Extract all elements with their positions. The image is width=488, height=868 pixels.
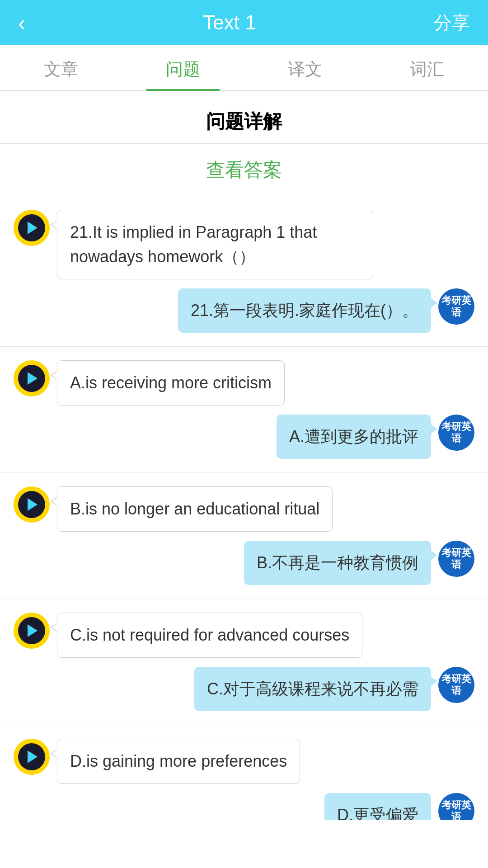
view-answer-button[interactable]: 查看答案 bbox=[0, 144, 488, 196]
avatar-bot-optA bbox=[14, 360, 50, 396]
avatar-right-label-d: 考研英 语 bbox=[438, 799, 474, 820]
tab-wenti[interactable]: 问题 bbox=[122, 45, 244, 90]
section-title: 问题详解 bbox=[0, 91, 488, 144]
avatar-right-label: 考研英 语 bbox=[438, 295, 474, 319]
play-icon-c bbox=[28, 624, 38, 637]
app-header: ‹ Text 1 分享 bbox=[0, 0, 488, 45]
header-title: Text 1 bbox=[203, 11, 256, 34]
chat-group-q21: 21.It is implied in Paragraph 1 that now… bbox=[0, 196, 488, 347]
play-icon-a bbox=[28, 372, 38, 385]
tab-cihui[interactable]: 词汇 bbox=[366, 45, 488, 90]
msg-right-optD: D.更受偏爱 考研英 语 bbox=[14, 793, 474, 820]
play-icon bbox=[28, 222, 38, 234]
bubble-left-q21: 21.It is implied in Paragraph 1 that now… bbox=[57, 210, 373, 279]
msg-left-optD: D.is gaining more preferences bbox=[14, 739, 474, 784]
back-button[interactable]: ‹ bbox=[18, 10, 25, 35]
bubble-right-optD: D.更受偏爱 bbox=[324, 793, 431, 820]
avatar-user-q21: 考研英 语 bbox=[438, 288, 474, 325]
chat-group-optC: C.is not required for advanced courses C… bbox=[0, 599, 488, 725]
share-button[interactable]: 分享 bbox=[434, 10, 470, 35]
msg-left-optB: B.is no longer an educational ritual bbox=[14, 486, 474, 532]
msg-left-optC: C.is not required for advanced courses bbox=[14, 613, 474, 658]
avatar-user-optC: 考研英 语 bbox=[438, 667, 474, 703]
chat-group-optD: D.is gaining more preferences D.更受偏爱 考研英… bbox=[0, 725, 488, 834]
bubble-left-optB: B.is no longer an educational ritual bbox=[57, 486, 333, 532]
avatar-user-optD: 考研英 语 bbox=[438, 793, 474, 820]
chat-area: 21.It is implied in Paragraph 1 that now… bbox=[0, 196, 488, 834]
bubble-left-optC: C.is not required for advanced courses bbox=[57, 613, 362, 658]
avatar-bot-optB bbox=[14, 486, 50, 523]
play-icon-b bbox=[28, 498, 38, 511]
bubble-right-optA: A.遭到更多的批评 bbox=[277, 415, 431, 459]
avatar-bot-q21 bbox=[14, 210, 50, 246]
avatar-right-label-b: 考研英 语 bbox=[438, 547, 474, 571]
msg-right-optC: C.对于高级课程来说不再必需 考研英 语 bbox=[14, 667, 474, 711]
bubble-left-optD: D.is gaining more preferences bbox=[57, 739, 300, 784]
avatar-bot-optD bbox=[14, 739, 50, 775]
bubble-left-optA: A.is receiving more criticism bbox=[57, 360, 285, 406]
msg-right-q21: 21.第一段表明.家庭作现在(）。 考研英 语 bbox=[14, 288, 474, 333]
chat-group-optA: A.is receiving more criticism A.遭到更多的批评 … bbox=[0, 347, 488, 473]
msg-left-optA: A.is receiving more criticism bbox=[14, 360, 474, 406]
tab-yiwen[interactable]: 译文 bbox=[244, 45, 366, 90]
avatar-right-label-c: 考研英 语 bbox=[438, 673, 474, 697]
bubble-right-q21: 21.第一段表明.家庭作现在(）。 bbox=[178, 288, 431, 333]
tab-wenzhang[interactable]: 文章 bbox=[0, 45, 122, 90]
bubble-right-optC: C.对于高级课程来说不再必需 bbox=[194, 667, 431, 711]
msg-right-optB: B.不再是一种教育惯例 考研英 语 bbox=[14, 541, 474, 585]
avatar-user-optB: 考研英 语 bbox=[438, 541, 474, 577]
bubble-right-optB: B.不再是一种教育惯例 bbox=[244, 541, 431, 585]
play-icon-d bbox=[28, 750, 38, 763]
chat-group-optB: B.is no longer an educational ritual B.不… bbox=[0, 473, 488, 599]
msg-right-optA: A.遭到更多的批评 考研英 语 bbox=[14, 415, 474, 459]
avatar-bot-optC bbox=[14, 613, 50, 649]
avatar-user-optA: 考研英 语 bbox=[438, 415, 474, 451]
tab-bar: 文章 问题 译文 词汇 bbox=[0, 45, 488, 91]
msg-left-q21: 21.It is implied in Paragraph 1 that now… bbox=[14, 210, 474, 279]
avatar-right-label-a: 考研英 语 bbox=[438, 421, 474, 445]
